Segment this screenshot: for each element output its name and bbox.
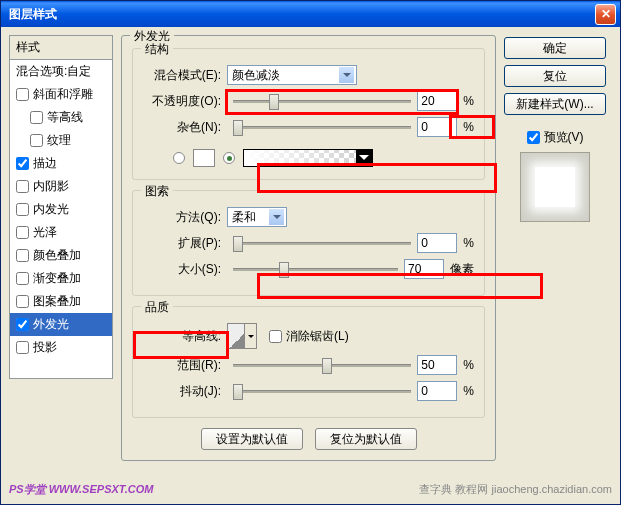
- blend-mode-combo[interactable]: 颜色减淡: [227, 65, 357, 85]
- style-label: 描边: [33, 155, 57, 172]
- elements-group: 图索 方法(Q): 柔和 扩展(P): %: [132, 190, 485, 296]
- quality-group: 品质 等高线: 消除锯齿(L) 范围(R): % 抖动(J):: [132, 306, 485, 418]
- style-label: 光泽: [33, 224, 57, 241]
- style-checkbox[interactable]: [16, 226, 29, 239]
- color-radio[interactable]: [173, 152, 185, 164]
- noise-label: 杂色(N):: [143, 119, 227, 136]
- spread-label: 扩展(P):: [143, 235, 227, 252]
- preview-thumbnail: [520, 152, 590, 222]
- style-checkbox[interactable]: [30, 111, 43, 124]
- make-default-button[interactable]: 设置为默认值: [201, 428, 303, 450]
- style-label: 外发光: [33, 316, 69, 333]
- style-item[interactable]: 外发光: [10, 313, 112, 336]
- reset-default-button[interactable]: 复位为默认值: [315, 428, 417, 450]
- style-checkbox[interactable]: [16, 249, 29, 262]
- style-item[interactable]: 颜色叠加: [10, 244, 112, 267]
- style-label: 内阴影: [33, 178, 69, 195]
- preview-checkbox[interactable]: [527, 131, 540, 144]
- range-slider[interactable]: [233, 355, 411, 375]
- spread-input[interactable]: [417, 233, 457, 253]
- style-checkbox[interactable]: [16, 272, 29, 285]
- style-checkbox[interactable]: [16, 318, 29, 331]
- style-label: 图案叠加: [33, 293, 81, 310]
- style-item[interactable]: 等高线: [10, 106, 112, 129]
- style-item[interactable]: 图案叠加: [10, 290, 112, 313]
- blend-mode-label: 混合模式(E):: [143, 67, 227, 84]
- styles-header: 样式: [9, 35, 113, 59]
- style-checkbox[interactable]: [16, 295, 29, 308]
- style-label: 渐变叠加: [33, 270, 81, 287]
- technique-label: 方法(Q):: [143, 209, 227, 226]
- style-item[interactable]: 斜面和浮雕: [10, 83, 112, 106]
- technique-combo[interactable]: 柔和: [227, 207, 287, 227]
- size-input[interactable]: [404, 259, 444, 279]
- gradient-radio[interactable]: [223, 152, 235, 164]
- style-checkbox[interactable]: [16, 341, 29, 354]
- antialias-checkbox[interactable]: [269, 330, 282, 343]
- noise-input[interactable]: [417, 117, 457, 137]
- style-item[interactable]: 光泽: [10, 221, 112, 244]
- style-label: 投影: [33, 339, 57, 356]
- structure-group: 结构 混合模式(E): 颜色减淡 不透明度(O): %: [132, 48, 485, 180]
- titlebar[interactable]: 图层样式 ✕: [1, 1, 620, 27]
- style-item[interactable]: 渐变叠加: [10, 267, 112, 290]
- noise-slider[interactable]: [233, 117, 411, 137]
- style-item[interactable]: 投影: [10, 336, 112, 359]
- styles-panel: 样式 混合选项:自定 斜面和浮雕等高线纹理描边内阴影内发光光泽颜色叠加渐变叠加图…: [9, 35, 113, 464]
- watermark-left: PS学堂 WWW.SEPSXT.COM: [9, 482, 153, 497]
- size-label: 大小(S):: [143, 261, 227, 278]
- style-label: 颜色叠加: [33, 247, 81, 264]
- chevron-down-icon: [339, 67, 354, 83]
- style-item[interactable]: 描边: [10, 152, 112, 175]
- cancel-button[interactable]: 复位: [504, 65, 606, 87]
- ok-button[interactable]: 确定: [504, 37, 606, 59]
- settings-panel: 外发光 结构 混合模式(E): 颜色减淡 不透明度(O):: [113, 35, 504, 464]
- watermark-right: 查字典 教程网 jiaocheng.chazidian.com: [419, 482, 612, 497]
- style-checkbox[interactable]: [30, 134, 43, 147]
- styles-list: 混合选项:自定 斜面和浮雕等高线纹理描边内阴影内发光光泽颜色叠加渐变叠加图案叠加…: [9, 59, 113, 379]
- range-input[interactable]: [417, 355, 457, 375]
- window-title: 图层样式: [5, 6, 595, 23]
- contour-picker[interactable]: [227, 323, 257, 349]
- style-checkbox[interactable]: [16, 180, 29, 193]
- chevron-down-icon: [356, 150, 372, 166]
- style-item[interactable]: 纹理: [10, 129, 112, 152]
- action-panel: 确定 复位 新建样式(W)... 预览(V): [504, 35, 612, 464]
- outer-glow-fieldset: 外发光 结构 混合模式(E): 颜色减淡 不透明度(O):: [121, 35, 496, 461]
- new-style-button[interactable]: 新建样式(W)...: [504, 93, 606, 115]
- opacity-label: 不透明度(O):: [143, 93, 227, 110]
- size-slider[interactable]: [233, 259, 398, 279]
- jitter-slider[interactable]: [233, 381, 411, 401]
- gradient-picker[interactable]: [243, 149, 373, 167]
- style-item[interactable]: 内发光: [10, 198, 112, 221]
- style-item[interactable]: 内阴影: [10, 175, 112, 198]
- opacity-input[interactable]: [417, 91, 457, 111]
- footer: PS学堂 WWW.SEPSXT.COM 查字典 教程网 jiaocheng.ch…: [1, 474, 620, 504]
- contour-label: 等高线:: [143, 328, 227, 345]
- style-label: 内发光: [33, 201, 69, 218]
- color-swatch[interactable]: [193, 149, 215, 167]
- style-label: 斜面和浮雕: [33, 86, 93, 103]
- chevron-down-icon: [269, 209, 284, 225]
- chevron-down-icon: [244, 324, 256, 348]
- layer-style-dialog: 图层样式 ✕ 样式 混合选项:自定 斜面和浮雕等高线纹理描边内阴影内发光光泽颜色…: [0, 0, 621, 505]
- opacity-slider[interactable]: [233, 91, 411, 111]
- blend-options-item[interactable]: 混合选项:自定: [10, 60, 112, 83]
- style-checkbox[interactable]: [16, 88, 29, 101]
- close-button[interactable]: ✕: [595, 4, 616, 25]
- jitter-label: 抖动(J):: [143, 383, 227, 400]
- range-label: 范围(R):: [143, 357, 227, 374]
- style-checkbox[interactable]: [16, 157, 29, 170]
- style-label: 纹理: [47, 132, 71, 149]
- spread-slider[interactable]: [233, 233, 411, 253]
- dialog-content: 样式 混合选项:自定 斜面和浮雕等高线纹理描边内阴影内发光光泽颜色叠加渐变叠加图…: [1, 27, 620, 472]
- style-label: 等高线: [47, 109, 83, 126]
- style-checkbox[interactable]: [16, 203, 29, 216]
- jitter-input[interactable]: [417, 381, 457, 401]
